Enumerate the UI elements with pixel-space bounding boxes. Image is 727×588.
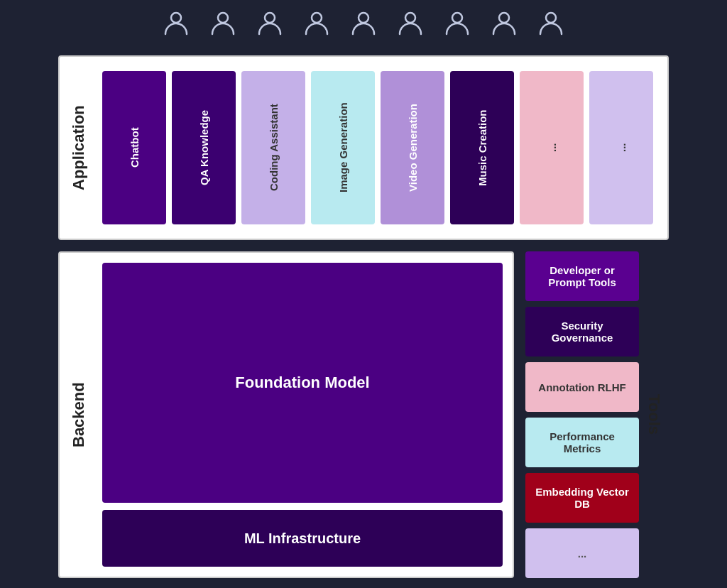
user-icon <box>444 10 471 41</box>
ml-infrastructure-label: ML Infrastructure <box>244 530 361 547</box>
user-icon <box>397 10 424 41</box>
tool-card-security-governance: Security Governance <box>525 307 639 356</box>
tool-card-annotation-rlhf: Annotation RLHF <box>525 362 639 412</box>
user-icon <box>256 10 283 41</box>
application-section: Application ChatbotQA KnowledgeCoding As… <box>58 55 669 240</box>
app-card-image-generation: Image Generation <box>311 71 375 224</box>
app-card-coding-assistant: Coding Assistant <box>241 71 305 224</box>
user-icon <box>303 10 330 41</box>
svg-point-1 <box>218 13 228 23</box>
tool-card-embedding-vector-db: Embedding Vector DB <box>525 473 639 523</box>
svg-point-3 <box>312 13 322 23</box>
backend-label: Backend <box>60 253 98 577</box>
svg-point-8 <box>546 13 556 23</box>
app-card-qa-knowledge: QA Knowledge <box>172 71 236 224</box>
svg-point-0 <box>171 13 181 23</box>
svg-point-2 <box>265 13 275 23</box>
tools-cards: Developer or Prompt ToolsSecurity Govern… <box>525 251 639 578</box>
tools-label: Tools <box>639 251 669 578</box>
main-container: Application ChatbotQA KnowledgeCoding As… <box>58 10 669 578</box>
svg-point-5 <box>405 13 415 23</box>
user-icon <box>163 10 190 41</box>
svg-point-6 <box>452 13 462 23</box>
foundation-model-label: Foundation Model <box>235 374 369 392</box>
svg-point-7 <box>499 13 509 23</box>
users-row <box>58 10 669 41</box>
user-icon <box>350 10 377 41</box>
app-card-video-generation: Video Generation <box>381 71 444 224</box>
app-card-music-creation: Music Creation <box>450 71 514 224</box>
app-card-ellipsis-2: ... <box>589 71 653 224</box>
tool-card-ellipsis: ... <box>525 528 639 578</box>
application-label: Application <box>60 64 98 232</box>
foundation-model-box: Foundation Model <box>102 263 503 503</box>
backend-section: Backend Foundation Model ML Infrastructu… <box>58 251 514 578</box>
tool-card-developer-prompt-tools: Developer or Prompt Tools <box>525 251 639 301</box>
app-cards: ChatbotQA KnowledgeCoding AssistantImage… <box>98 64 660 232</box>
user-icon <box>209 10 236 41</box>
ml-infrastructure-box: ML Infrastructure <box>102 510 503 567</box>
backend-content: Foundation Model ML Infrastructure <box>98 253 513 577</box>
tools-section: Developer or Prompt ToolsSecurity Govern… <box>525 251 669 578</box>
user-icon <box>491 10 518 41</box>
app-card-chatbot: Chatbot <box>102 71 166 224</box>
app-card-ellipsis-1: ... <box>520 71 584 224</box>
bottom-row: Backend Foundation Model ML Infrastructu… <box>58 251 669 578</box>
tool-card-performance-metrics: Performance Metrics <box>525 418 639 467</box>
user-icon <box>537 10 564 41</box>
svg-point-4 <box>359 13 368 23</box>
